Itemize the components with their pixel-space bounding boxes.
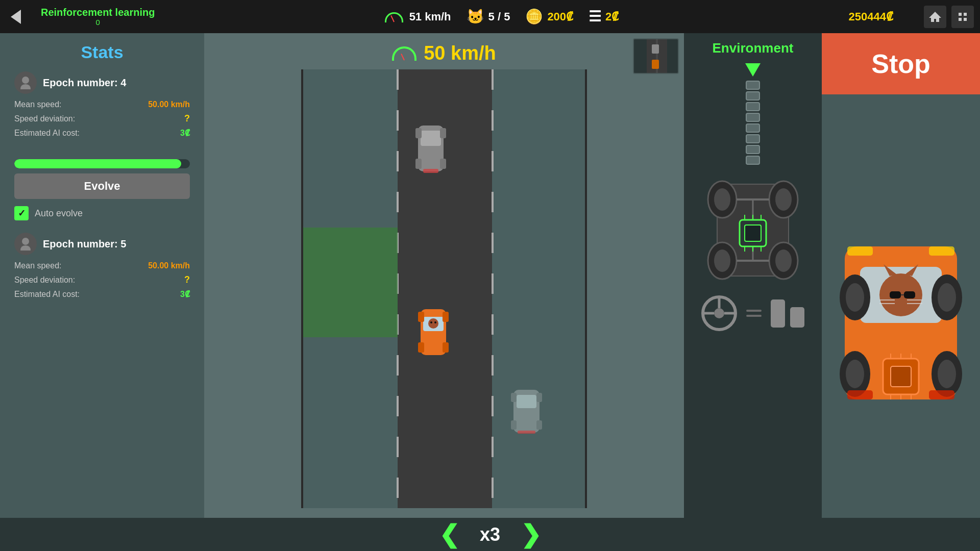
title-block: Reinforcement learning 0 xyxy=(41,7,155,27)
svg-rect-4 xyxy=(959,18,962,21)
stacks-value: 2₡ xyxy=(605,10,619,23)
car-3 xyxy=(507,386,546,437)
epoch-1-deviation-val: ? xyxy=(184,113,190,124)
multiplier-increase-button[interactable]: ❯ xyxy=(521,522,541,547)
stack-icon: ☰ xyxy=(589,8,601,25)
epoch-2-mean-speed-row: Mean speed: 50.00 km/h xyxy=(14,259,190,272)
car-body-diagram xyxy=(702,169,804,291)
topbar: Reinforcement learning 0 51 km/h 🐱 5 / 5… xyxy=(0,0,980,33)
mini-map xyxy=(633,38,679,74)
epoch-1-ai-cost-label: Estimated AI cost: xyxy=(14,129,80,138)
svg-rect-19 xyxy=(423,169,438,173)
epoch-2-ai-cost-val: 3₡ xyxy=(180,289,190,299)
epoch-2-block: Epoch number: 5 Mean speed: 50.00 km/h S… xyxy=(14,233,190,301)
speed-display: 50 km/h xyxy=(392,42,496,64)
bottombar: ❮ x3 ❯ xyxy=(0,518,980,551)
svg-rect-16 xyxy=(440,128,446,138)
epoch-1-mean-speed-val: 50.00 km/h xyxy=(148,100,190,109)
stop-button[interactable]: Stop xyxy=(822,33,980,94)
cat-icon: 🐱 xyxy=(467,8,484,25)
auto-evolve-checkbox[interactable] xyxy=(14,206,29,220)
svg-point-6 xyxy=(22,77,29,84)
svg-rect-5 xyxy=(964,18,967,21)
svg-point-89 xyxy=(938,360,956,388)
environment-title: Environment xyxy=(713,40,794,56)
svg-rect-32 xyxy=(536,393,542,402)
epoch-2-mean-speed-val: 50.00 km/h xyxy=(148,261,190,270)
car-1 xyxy=(410,120,451,177)
right-panel: Stop xyxy=(822,33,980,551)
epoch-2-header: Epoch number: 5 xyxy=(14,233,190,255)
green-zone xyxy=(303,228,398,337)
svg-point-83 xyxy=(846,283,864,312)
multiplier-decrease-button[interactable]: ❮ xyxy=(439,522,459,547)
control-lines xyxy=(746,310,762,317)
progress-bar xyxy=(14,159,190,168)
svg-rect-11 xyxy=(652,44,659,54)
svg-rect-24 xyxy=(418,342,424,353)
epoch-2-mean-speed-label: Mean speed: xyxy=(14,261,62,270)
epoch-2-deviation-label: Speed deviation: xyxy=(14,276,75,285)
back-button[interactable] xyxy=(6,7,26,27)
settings-button[interactable] xyxy=(951,6,974,28)
epoch-2-ai-cost-label: Estimated AI cost: xyxy=(14,290,80,299)
svg-point-45 xyxy=(775,249,792,272)
epoch-1-ai-cost-val: 3₡ xyxy=(180,128,190,138)
epoch-1-block: Epoch number: 4 Mean speed: 50.00 km/h S… xyxy=(14,71,190,140)
svg-rect-67 xyxy=(890,291,901,298)
down-arrow xyxy=(745,63,761,79)
speed-icon xyxy=(385,9,405,25)
svg-rect-33 xyxy=(511,420,517,430)
progress-bar-fill xyxy=(14,159,181,168)
svg-rect-30 xyxy=(517,395,536,408)
svg-rect-25 xyxy=(443,342,449,353)
auto-evolve-label: Auto evolve xyxy=(35,208,83,219)
epoch-2-deviation-row: Speed deviation: ? xyxy=(14,272,190,287)
epoch-1-header: Epoch number: 4 xyxy=(14,71,190,94)
environment-panel: Environment xyxy=(684,33,822,551)
coin-icon: 🪙 xyxy=(525,8,543,25)
stats-title: Stats xyxy=(14,42,190,62)
coins-value: 200₡ xyxy=(547,10,573,23)
svg-rect-12 xyxy=(652,60,659,69)
road-area xyxy=(301,69,587,508)
epoch-1-deviation-label: Speed deviation: xyxy=(14,114,75,123)
controls-row xyxy=(701,295,804,331)
svg-rect-93 xyxy=(929,390,954,399)
svg-rect-18 xyxy=(440,159,446,169)
auto-evolve-row: Auto evolve xyxy=(14,206,190,220)
svg-point-7 xyxy=(22,238,29,245)
svg-point-28 xyxy=(434,321,436,323)
svg-point-43 xyxy=(775,188,792,211)
svg-point-58 xyxy=(714,308,724,318)
svg-marker-0 xyxy=(11,10,21,24)
svg-rect-2 xyxy=(959,13,962,16)
epoch-2-deviation-val: ? xyxy=(184,274,190,285)
coins-indicator: 🪙 200₡ xyxy=(525,8,573,25)
svg-rect-34 xyxy=(536,420,542,430)
neural-nodes xyxy=(746,81,760,165)
svg-point-44 xyxy=(714,249,730,272)
home-button[interactable] xyxy=(924,6,946,28)
stats-panel: Stats Epoch number: 4 Mean speed: 50.00 … xyxy=(0,33,204,551)
speed-indicator: 51 km/h xyxy=(385,9,451,25)
svg-point-42 xyxy=(714,188,730,211)
epoch-2-ai-cost-row: Estimated AI cost: 3₡ xyxy=(14,287,190,301)
evolve-button[interactable]: Evolve xyxy=(14,173,190,199)
svg-point-85 xyxy=(938,283,956,312)
speed-value-main: 50 km/h xyxy=(424,42,496,64)
road-panel: 50 km/h xyxy=(204,33,684,551)
svg-rect-17 xyxy=(415,159,422,169)
svg-rect-20 xyxy=(421,309,446,355)
svg-rect-35 xyxy=(518,431,535,434)
cats-value: 5 / 5 xyxy=(488,10,510,23)
svg-rect-91 xyxy=(929,246,954,256)
stacks-indicator: ☰ 2₡ xyxy=(589,8,619,25)
epoch-1-label: Epoch number: 4 xyxy=(43,77,126,89)
cats-indicator: 🐱 5 / 5 xyxy=(467,8,510,25)
multiplier-display: x3 xyxy=(480,524,500,545)
svg-marker-36 xyxy=(745,63,761,77)
app-title: Reinforcement learning xyxy=(41,7,155,18)
total-coins: 250444₡ xyxy=(849,10,893,23)
env-diagram xyxy=(692,63,814,359)
